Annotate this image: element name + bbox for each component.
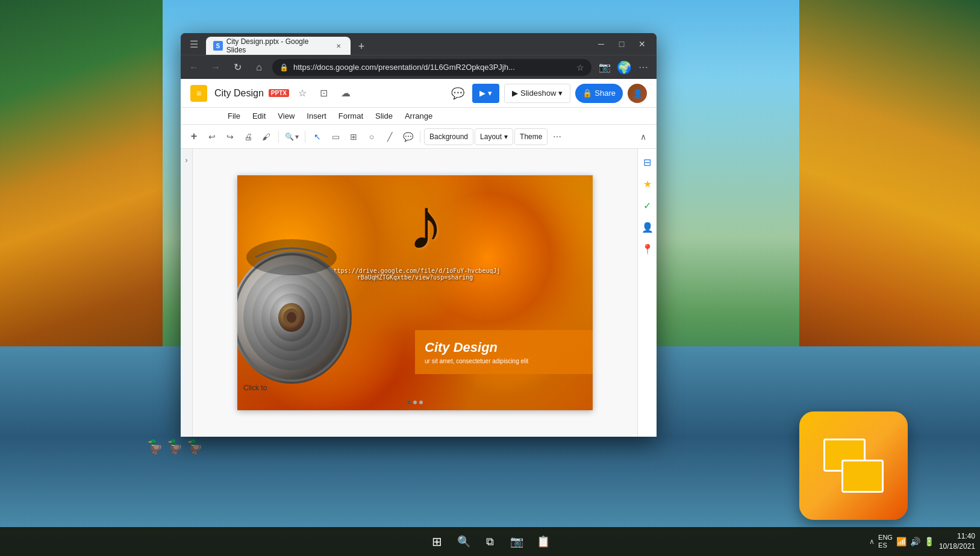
clipboard-icon: 📋 (537, 535, 550, 548)
forward-button[interactable]: → (207, 59, 224, 76)
slide-nav-arrow[interactable]: › (183, 154, 190, 167)
collapse-button[interactable]: ∧ (635, 128, 652, 145)
powerpoint-icon[interactable] (799, 411, 908, 520)
language-indicator[interactable]: ENGES (878, 534, 893, 549)
tab-strip: S City Design.pptx - Google Slides ✕ + (206, 33, 588, 55)
image-tool[interactable]: ⊞ (345, 128, 362, 145)
wifi-icon[interactable]: 📶 (896, 537, 907, 546)
new-tab-button[interactable]: + (353, 38, 370, 55)
task-view-icon: ⧉ (486, 536, 494, 548)
slides-panel-icon[interactable]: ⊟ (639, 154, 656, 170)
slide-menu[interactable]: Slide (370, 110, 398, 122)
cursor-tool[interactable]: ↖ (309, 128, 326, 145)
meet-button[interactable]: 📷 (505, 529, 529, 554)
active-tab[interactable]: S City Design.pptx - Google Slides ✕ (206, 37, 351, 55)
svg-point-9 (246, 239, 337, 275)
line-tool[interactable]: ╱ (381, 128, 398, 145)
back-button[interactable]: ← (186, 59, 202, 76)
speaker-element (237, 227, 352, 398)
more-options-button[interactable]: ⋯ (549, 128, 566, 145)
slide-url-text: https://drive.google.com/file/d/1oFuY-hv… (330, 267, 501, 281)
taskbar: ⊞ 🔍 ⧉ 📷 📋 ∧ ENGES 📶 🔊 🔋 (0, 527, 980, 556)
slides-toolbar: + ↩ ↪ 🖨 🖌 🔍 ▾ ↖ ▭ ⊞ ○ ╱ 💬 Backgr (181, 125, 657, 149)
pptx-badge: PPTX (269, 89, 289, 97)
insert-menu[interactable]: Insert (302, 110, 331, 122)
paint-format-button[interactable]: 🖌 (258, 128, 275, 145)
clipboard-button[interactable]: 📋 (531, 529, 555, 554)
browser-menu-button[interactable]: ☰ (186, 36, 202, 52)
arrange-menu[interactable]: Arrange (400, 110, 437, 122)
extension-icon[interactable]: 🌍 (616, 59, 632, 76)
slides-title-row: City Design PPTX ☆ ⊡ ☁ (214, 85, 354, 102)
file-menu[interactable]: File (223, 110, 245, 122)
drive-button[interactable]: ⊡ (316, 85, 332, 102)
slide-canvas-area: ♪ https://drive.google.com/file/d/1oFuY-… (193, 149, 637, 437)
clock-time: 11:40 (939, 531, 975, 542)
task-view-button[interactable]: ⧉ (478, 529, 502, 554)
bookmark-icon[interactable]: ☆ (576, 63, 584, 72)
slides-filename: City Design (214, 88, 264, 99)
theme-label: Theme (520, 133, 542, 141)
comments-tool[interactable]: 💬 (399, 128, 416, 145)
screenshot-icon[interactable]: 📷 (596, 59, 613, 76)
slide-dot-1[interactable] (407, 401, 411, 404)
security-icon: 🔒 (279, 63, 289, 72)
svg-point-8 (287, 312, 296, 323)
refresh-button[interactable]: ↻ (229, 59, 246, 76)
edit-menu[interactable]: Edit (248, 110, 270, 122)
present-icon: ▶ (479, 89, 485, 98)
slides-content: ≡ City Design PPTX ☆ ⊡ ☁ 💬 ▶ ▾ (181, 79, 657, 437)
slideshow-dropdown-icon: ▾ (558, 89, 563, 98)
slideshow-label: Slideshow (520, 89, 556, 98)
share-button[interactable]: 🔒 Share (575, 84, 623, 103)
close-button[interactable]: ✕ (632, 34, 652, 54)
star-button[interactable]: ☆ (294, 85, 311, 102)
theme-button[interactable]: Theme (514, 128, 548, 145)
taskbar-clock[interactable]: 11:40 10/18/2021 (939, 531, 975, 552)
battery-icon[interactable]: 🔋 (924, 537, 934, 546)
tasks-panel-icon[interactable]: ✓ (639, 197, 656, 214)
slides-logo: ≡ (190, 85, 207, 102)
minimize-button[interactable]: ─ (591, 34, 611, 54)
layout-button[interactable]: Layout ▾ (475, 128, 513, 145)
browser-titlebar: ☰ S City Design.pptx - Google Slides ✕ +… (181, 33, 657, 55)
present-options-button[interactable]: ▶ ▾ (472, 84, 499, 103)
background-label: Background (429, 133, 468, 141)
comment-button[interactable]: 💬 (448, 84, 467, 103)
maximize-button[interactable]: □ (612, 34, 631, 54)
undo-button[interactable]: ↩ (204, 128, 220, 145)
slide-dot-2[interactable] (413, 401, 417, 404)
home-button[interactable]: ⌂ (251, 59, 267, 76)
browser-menu-icon[interactable]: ⋯ (635, 59, 652, 76)
shape-tool[interactable]: ○ (363, 128, 380, 145)
browser-extension-icons: 📷 🌍 ⋯ (596, 59, 652, 76)
search-icon: 🔍 (457, 535, 470, 548)
view-menu[interactable]: View (273, 110, 299, 122)
format-menu[interactable]: Format (334, 110, 368, 122)
present-dropdown-icon: ▾ (488, 89, 492, 98)
explore-panel-icon[interactable]: ★ (639, 175, 656, 192)
start-button[interactable]: ⊞ (425, 529, 449, 554)
user-avatar[interactable]: 👤 (628, 84, 647, 103)
contacts-panel-icon[interactable]: 👤 (639, 219, 656, 236)
volume-icon[interactable]: 🔊 (910, 537, 920, 546)
add-button[interactable]: + (186, 128, 202, 145)
slideshow-button[interactable]: ▶ Slideshow ▾ (504, 84, 570, 103)
slide-canvas[interactable]: ♪ https://drive.google.com/file/d/1oFuY-… (237, 175, 593, 410)
slide-dot-3[interactable] (419, 401, 423, 404)
zoom-control[interactable]: 🔍 ▾ (282, 128, 301, 145)
tab-close-button[interactable]: ✕ (334, 41, 343, 51)
print-button[interactable]: 🖨 (240, 128, 257, 145)
search-button[interactable]: 🔍 (452, 529, 476, 554)
toolbar-divider-1 (278, 131, 279, 143)
maps-panel-icon[interactable]: 📍 (639, 240, 656, 257)
layout-label: Layout (480, 133, 502, 141)
slideshow-icon: ▶ (512, 89, 518, 98)
address-bar[interactable]: 🔒 https://docs.google.com/presentation/d… (272, 59, 591, 76)
cloud-button[interactable]: ☁ (337, 85, 354, 102)
tray-expand-icon[interactable]: ∧ (869, 537, 875, 546)
taskbar-center-icons: ⊞ 🔍 ⧉ 📷 📋 (425, 529, 555, 554)
text-box-tool[interactable]: ▭ (327, 128, 344, 145)
background-button[interactable]: Background (424, 128, 473, 145)
redo-button[interactable]: ↪ (222, 128, 239, 145)
